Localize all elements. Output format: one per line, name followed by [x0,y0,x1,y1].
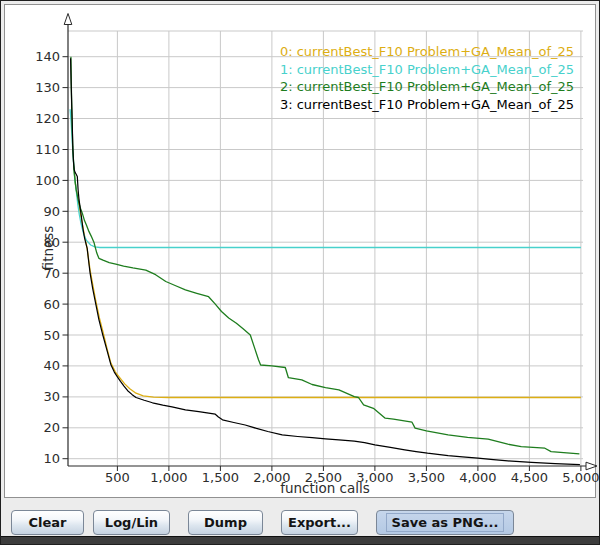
legend-item-3: 3: currentBest_F10 Problem+GA_Mean_of_25 [280,96,574,114]
plot-window: 1020304050607080901001101201301405001,00… [0,0,600,545]
legend-item-2: 2: currentBest_F10 Problem+GA_Mean_of_25 [280,78,574,96]
window-bottom-edge [1,536,599,544]
svg-text:60: 60 [43,297,60,312]
log-lin-button[interactable]: Log/Lin [93,510,170,535]
svg-text:10: 10 [43,451,60,466]
svg-text:4,000: 4,000 [459,470,496,485]
svg-text:500: 500 [105,470,130,485]
chart-panel: 1020304050607080901001101201301405001,00… [4,4,596,498]
svg-text:5,000: 5,000 [562,470,599,485]
legend-item-0: 0: currentBest_F10 Problem+GA_Mean_of_25 [280,43,574,61]
svg-text:4,500: 4,500 [511,470,548,485]
y-axis-arrow-icon [64,14,72,25]
series-2-line [71,57,580,454]
svg-text:100: 100 [35,173,60,188]
x-axis-title: function calls [225,480,425,496]
series-3-line [71,58,580,464]
tick-labels: 1020304050607080901001101201301405001,00… [35,49,599,485]
series-0-line [74,167,581,398]
svg-text:50: 50 [43,328,60,343]
svg-text:40: 40 [43,358,60,373]
save-as-png-button[interactable]: Save as PNG... [376,510,514,535]
svg-text:110: 110 [35,142,60,157]
x-axis-arrow-icon [586,462,597,470]
toolbar: Clear Log/Lin Dump Export... Save as PNG… [1,499,599,539]
svg-text:20: 20 [43,420,60,435]
export-button[interactable]: Export... [281,510,358,535]
dump-button[interactable]: Dump [188,510,263,535]
series-1-line [70,109,581,247]
svg-text:140: 140 [35,49,60,64]
svg-text:120: 120 [35,111,60,126]
legend-item-1: 1: currentBest_F10 Problem+GA_Mean_of_25 [280,61,574,79]
y-axis-title: fitness [40,213,56,283]
legend: 0: currentBest_F10 Problem+GA_Mean_of_25… [280,43,574,113]
svg-text:30: 30 [43,389,60,404]
clear-button[interactable]: Clear [11,510,84,535]
svg-text:130: 130 [35,80,60,95]
svg-text:1,000: 1,000 [150,470,187,485]
